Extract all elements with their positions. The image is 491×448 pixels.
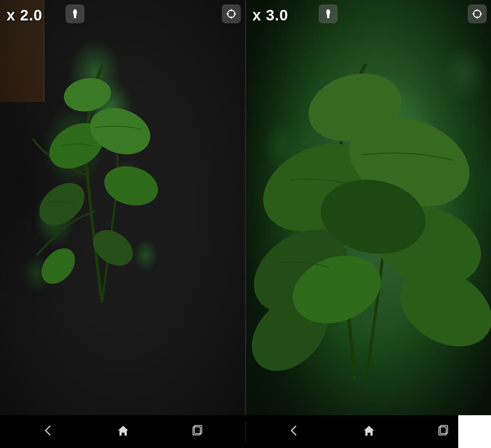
right-zoom-badge: x 3.0 [252, 7, 288, 24]
right-flashlight-icon [323, 9, 333, 19]
right-camera-panel: x 3.0 [246, 0, 491, 415]
svg-rect-17 [327, 9, 330, 11]
left-plant-overlay [29, 29, 175, 303]
svg-point-11 [100, 160, 162, 211]
left-scene: x 2.0 [0, 0, 245, 415]
svg-point-32 [315, 172, 432, 262]
svg-point-9 [84, 100, 157, 163]
svg-marker-1 [73, 11, 77, 16]
right-target-icon [472, 8, 483, 19]
svg-point-29 [301, 64, 409, 152]
svg-rect-2 [74, 16, 76, 18]
system-nav-bar [0, 415, 491, 448]
right-nav-half [246, 424, 491, 440]
svg-point-28 [364, 192, 491, 299]
right-plant-overlay [246, 0, 491, 415]
svg-point-27 [246, 213, 362, 330]
left-top-icons [222, 4, 241, 23]
svg-point-30 [246, 281, 342, 386]
white-thumbnail-square[interactable] [458, 415, 491, 448]
svg-point-33 [283, 244, 390, 335]
left-flashlight-button[interactable] [66, 4, 85, 23]
left-flashlight-icon [70, 9, 80, 19]
svg-marker-36 [118, 426, 128, 436]
left-camera-panel: x 2.0 [0, 0, 245, 415]
left-target-icon [226, 8, 237, 19]
right-flashlight-button[interactable] [319, 4, 338, 23]
right-home-button[interactable] [362, 424, 376, 440]
left-home-button[interactable] [117, 424, 130, 440]
right-top-icons [468, 4, 487, 23]
svg-point-12 [61, 74, 114, 115]
svg-marker-39 [364, 426, 374, 436]
svg-point-26 [337, 102, 482, 223]
right-scene: x 3.0 [246, 0, 491, 415]
svg-point-13 [86, 223, 140, 273]
svg-point-25 [249, 127, 388, 249]
svg-rect-19 [327, 16, 329, 18]
right-recent-button[interactable] [437, 425, 449, 439]
left-nav-half [0, 424, 245, 440]
svg-marker-18 [326, 11, 330, 16]
svg-rect-0 [74, 9, 76, 11]
svg-point-31 [386, 253, 491, 362]
svg-point-10 [31, 174, 93, 234]
right-back-button[interactable] [288, 424, 301, 440]
right-target-button[interactable] [468, 4, 487, 23]
svg-point-8 [41, 114, 112, 178]
left-target-button[interactable] [222, 4, 241, 23]
left-zoom-badge: x 2.0 [7, 7, 42, 24]
cameras-row: x 2.0 [0, 0, 491, 415]
left-back-button[interactable] [42, 424, 55, 440]
left-recent-button[interactable] [192, 425, 203, 439]
svg-point-14 [35, 242, 82, 290]
